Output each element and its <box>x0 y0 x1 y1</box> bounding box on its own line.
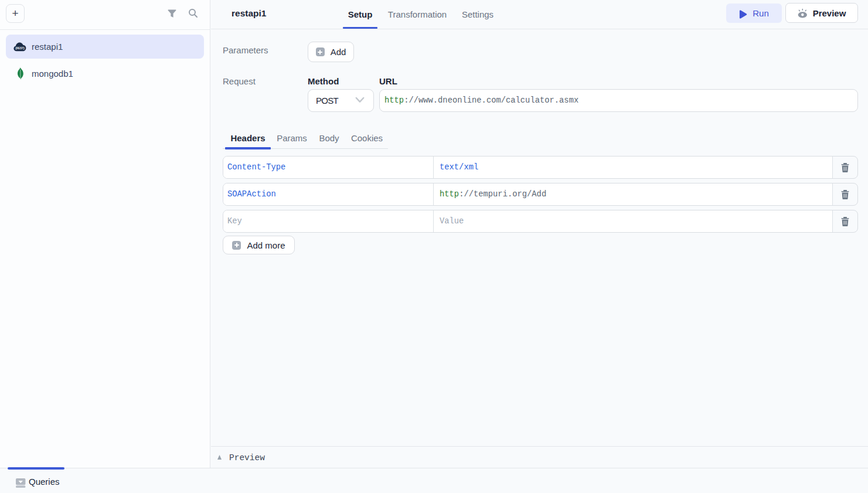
svg-text:{REST}: {REST} <box>15 47 25 50</box>
